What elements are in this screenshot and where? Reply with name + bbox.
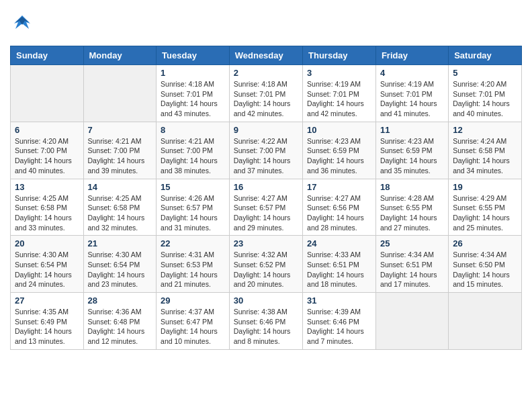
day-number: 19 [453,182,517,192]
day-info: Sunrise: 4:23 AM Sunset: 6:59 PM Dayligh… [307,136,371,176]
day-info: Sunrise: 4:35 AM Sunset: 6:49 PM Dayligh… [15,307,79,347]
day-info: Sunrise: 4:22 AM Sunset: 7:00 PM Dayligh… [234,136,298,176]
day-number: 20 [15,238,79,248]
logo-bird-icon [10,10,34,39]
day-number: 25 [380,238,444,248]
calendar-cell: 16Sunrise: 4:27 AM Sunset: 6:57 PM Dayli… [229,179,302,236]
calendar-cell: 24Sunrise: 4:33 AM Sunset: 6:51 PM Dayli… [303,236,376,293]
day-info: Sunrise: 4:36 AM Sunset: 6:48 PM Dayligh… [88,307,152,347]
calendar-cell: 28Sunrise: 4:36 AM Sunset: 6:48 PM Dayli… [83,293,157,350]
weekday-header-tuesday: Tuesday [157,46,230,65]
calendar-cell [11,65,84,122]
calendar-cell: 19Sunrise: 4:29 AM Sunset: 6:55 PM Dayli… [449,179,522,236]
day-info: Sunrise: 4:28 AM Sunset: 6:55 PM Dayligh… [380,193,444,233]
calendar-cell: 8Sunrise: 4:21 AM Sunset: 7:00 PM Daylig… [157,122,230,179]
day-number: 31 [307,295,371,306]
calendar-cell: 22Sunrise: 4:31 AM Sunset: 6:53 PM Dayli… [157,236,230,293]
day-number: 1 [161,68,225,78]
calendar-cell [449,293,522,350]
calendar: SundayMondayTuesdayWednesdayThursdayFrid… [10,46,522,350]
day-number: 21 [88,238,152,248]
calendar-cell: 11Sunrise: 4:23 AM Sunset: 6:59 PM Dayli… [375,122,448,179]
calendar-cell: 5Sunrise: 4:20 AM Sunset: 7:01 PM Daylig… [449,65,522,122]
calendar-cell [375,293,448,350]
day-number: 24 [307,238,371,248]
day-info: Sunrise: 4:33 AM Sunset: 6:51 PM Dayligh… [307,250,371,289]
day-info: Sunrise: 4:19 AM Sunset: 7:01 PM Dayligh… [380,79,444,119]
day-info: Sunrise: 4:18 AM Sunset: 7:01 PM Dayligh… [161,79,225,119]
day-number: 18 [380,182,444,192]
day-info: Sunrise: 4:27 AM Sunset: 6:56 PM Dayligh… [307,193,371,233]
weekday-header-monday: Monday [83,46,157,65]
day-info: Sunrise: 4:31 AM Sunset: 6:53 PM Dayligh… [161,250,225,289]
day-info: Sunrise: 4:30 AM Sunset: 6:54 PM Dayligh… [15,250,79,289]
week-row-1: 1Sunrise: 4:18 AM Sunset: 7:01 PM Daylig… [11,65,522,122]
calendar-cell: 1Sunrise: 4:18 AM Sunset: 7:01 PM Daylig… [157,65,230,122]
day-info: Sunrise: 4:20 AM Sunset: 7:01 PM Dayligh… [453,79,517,119]
day-info: Sunrise: 4:37 AM Sunset: 6:47 PM Dayligh… [161,307,225,347]
day-info: Sunrise: 4:18 AM Sunset: 7:01 PM Dayligh… [234,79,298,119]
weekday-header-wednesday: Wednesday [229,46,302,65]
day-number: 17 [307,182,371,192]
week-row-4: 20Sunrise: 4:30 AM Sunset: 6:54 PM Dayli… [11,236,522,293]
calendar-cell: 29Sunrise: 4:37 AM Sunset: 6:47 PM Dayli… [157,293,230,350]
day-number: 14 [88,182,152,192]
header [10,10,522,39]
weekday-header-thursday: Thursday [303,46,376,65]
calendar-cell: 23Sunrise: 4:32 AM Sunset: 6:52 PM Dayli… [229,236,302,293]
week-row-5: 27Sunrise: 4:35 AM Sunset: 6:49 PM Dayli… [11,293,522,350]
day-info: Sunrise: 4:21 AM Sunset: 7:00 PM Dayligh… [161,136,225,176]
calendar-cell: 7Sunrise: 4:21 AM Sunset: 7:00 PM Daylig… [83,122,157,179]
day-info: Sunrise: 4:25 AM Sunset: 6:58 PM Dayligh… [15,193,79,233]
day-number: 2 [234,68,298,78]
day-info: Sunrise: 4:25 AM Sunset: 6:58 PM Dayligh… [88,193,152,233]
weekday-header-sunday: Sunday [11,46,84,65]
calendar-cell: 9Sunrise: 4:22 AM Sunset: 7:00 PM Daylig… [229,122,302,179]
day-number: 6 [15,125,79,135]
calendar-cell: 25Sunrise: 4:34 AM Sunset: 6:51 PM Dayli… [375,236,448,293]
day-number: 9 [234,125,298,135]
day-number: 13 [15,182,79,192]
day-info: Sunrise: 4:21 AM Sunset: 7:00 PM Dayligh… [88,136,152,176]
day-info: Sunrise: 4:39 AM Sunset: 6:46 PM Dayligh… [307,307,371,347]
weekday-header-saturday: Saturday [449,46,522,65]
day-number: 23 [234,238,298,248]
day-info: Sunrise: 4:27 AM Sunset: 6:57 PM Dayligh… [234,193,298,233]
day-info: Sunrise: 4:29 AM Sunset: 6:55 PM Dayligh… [453,193,517,233]
day-number: 15 [161,182,225,192]
day-number: 12 [453,125,517,135]
day-info: Sunrise: 4:38 AM Sunset: 6:46 PM Dayligh… [234,307,298,347]
calendar-cell: 12Sunrise: 4:24 AM Sunset: 6:58 PM Dayli… [449,122,522,179]
calendar-cell: 30Sunrise: 4:38 AM Sunset: 6:46 PM Dayli… [229,293,302,350]
calendar-cell: 3Sunrise: 4:19 AM Sunset: 7:01 PM Daylig… [303,65,376,122]
logo [10,10,37,39]
day-info: Sunrise: 4:26 AM Sunset: 6:57 PM Dayligh… [161,193,225,233]
calendar-cell: 31Sunrise: 4:39 AM Sunset: 6:46 PM Dayli… [303,293,376,350]
calendar-cell [83,65,157,122]
day-number: 30 [234,295,298,306]
day-number: 4 [380,68,444,78]
day-number: 16 [234,182,298,192]
weekday-header-friday: Friday [375,46,448,65]
day-info: Sunrise: 4:20 AM Sunset: 7:00 PM Dayligh… [15,136,79,176]
week-row-2: 6Sunrise: 4:20 AM Sunset: 7:00 PM Daylig… [11,122,522,179]
calendar-cell: 17Sunrise: 4:27 AM Sunset: 6:56 PM Dayli… [303,179,376,236]
day-number: 27 [15,295,79,306]
day-info: Sunrise: 4:32 AM Sunset: 6:52 PM Dayligh… [234,250,298,289]
day-number: 8 [161,125,225,135]
week-row-3: 13Sunrise: 4:25 AM Sunset: 6:58 PM Dayli… [11,179,522,236]
calendar-cell: 15Sunrise: 4:26 AM Sunset: 6:57 PM Dayli… [157,179,230,236]
calendar-cell: 10Sunrise: 4:23 AM Sunset: 6:59 PM Dayli… [303,122,376,179]
day-number: 22 [161,238,225,248]
calendar-cell: 4Sunrise: 4:19 AM Sunset: 7:01 PM Daylig… [375,65,448,122]
day-number: 10 [307,125,371,135]
calendar-cell: 21Sunrise: 4:30 AM Sunset: 6:54 PM Dayli… [83,236,157,293]
day-number: 28 [88,295,152,306]
day-info: Sunrise: 4:34 AM Sunset: 6:51 PM Dayligh… [380,250,444,289]
day-number: 3 [307,68,371,78]
day-info: Sunrise: 4:34 AM Sunset: 6:50 PM Dayligh… [453,250,517,289]
day-info: Sunrise: 4:30 AM Sunset: 6:54 PM Dayligh… [88,250,152,289]
calendar-cell: 26Sunrise: 4:34 AM Sunset: 6:50 PM Dayli… [449,236,522,293]
day-number: 11 [380,125,444,135]
weekday-header-row: SundayMondayTuesdayWednesdayThursdayFrid… [11,46,522,65]
